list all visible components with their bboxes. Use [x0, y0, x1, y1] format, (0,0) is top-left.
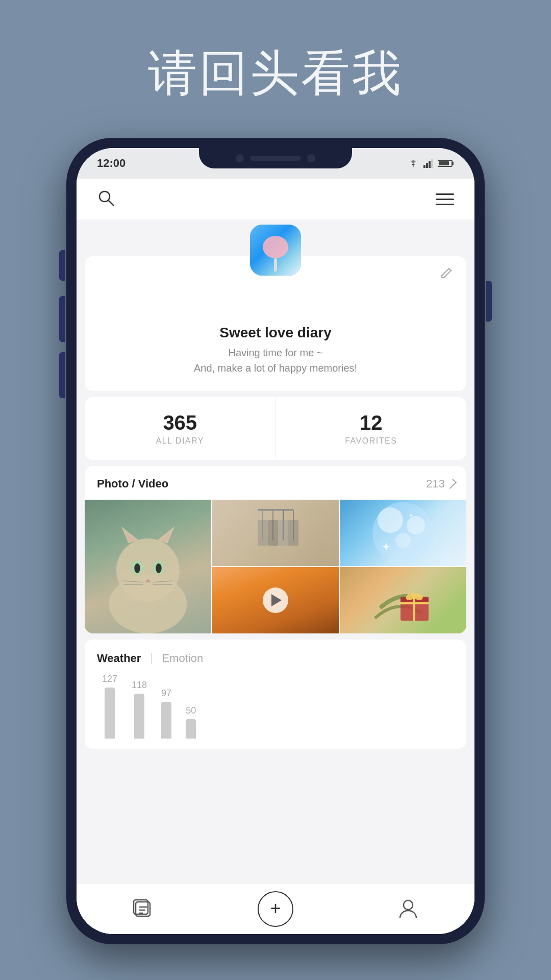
svg-point-10 [116, 538, 180, 602]
svg-point-36 [395, 533, 411, 548]
battery-icon [438, 159, 454, 167]
chart-bar-97: 97 [161, 688, 171, 739]
photo-sunset[interactable] [212, 567, 339, 633]
menu-button[interactable] [436, 193, 454, 205]
favorites-label: FAVORITES [286, 436, 457, 446]
svg-point-48 [404, 900, 413, 910]
wifi-icon [407, 159, 419, 168]
profile-card: Sweet love diary Having time for me ~ An… [85, 256, 466, 391]
scroll-area[interactable]: Sweet love diary Having time for me ~ An… [77, 219, 474, 883]
phone-frame: 12:00 [66, 138, 485, 944]
edit-button[interactable] [440, 265, 454, 282]
chart-bar-127: 127 [102, 674, 117, 739]
photo-section-title: Photo / Video [97, 477, 168, 491]
phone-notch [199, 148, 352, 168]
svg-point-35 [407, 516, 425, 534]
diary-count: 365 [95, 411, 265, 434]
diary-nav-icon [132, 898, 154, 920]
chart-bar-118: 118 [132, 680, 147, 739]
svg-rect-0 [423, 165, 425, 168]
photo-section-header: Photo / Video 213 [85, 466, 466, 500]
status-icons [407, 159, 454, 168]
weather-chart: 127 118 97 50 [97, 677, 454, 739]
profile-nav-icon [398, 898, 418, 920]
svg-rect-2 [429, 161, 431, 168]
photo-count[interactable]: 213 [426, 477, 454, 491]
menu-line-3 [436, 204, 454, 205]
photo-gift[interactable] [340, 567, 466, 633]
cat-image [85, 500, 211, 633]
bar-3 [186, 719, 196, 739]
menu-line-2 [436, 199, 454, 200]
sunset-image [212, 567, 339, 633]
bar-label-0: 127 [102, 674, 117, 684]
stats-card: 365 ALL DIARY 12 FAVORITES [85, 397, 466, 460]
volume-up-button [59, 296, 65, 342]
photo-grid [85, 500, 466, 633]
profile-description: Having time for me ~ And, make a lot of … [194, 345, 357, 376]
notch-speaker [250, 156, 301, 161]
bar-label-1: 118 [132, 680, 147, 691]
play-button[interactable] [263, 587, 288, 613]
menu-line-1 [436, 193, 454, 195]
svg-rect-3 [431, 159, 433, 168]
svg-rect-6 [439, 161, 449, 165]
search-button[interactable] [97, 189, 115, 209]
phone-screen: 12:00 [77, 148, 474, 934]
app-content: Sweet love diary Having time for me ~ An… [77, 179, 474, 934]
svg-rect-30 [268, 520, 278, 546]
notch-camera [236, 154, 244, 162]
status-time: 12:00 [97, 157, 126, 170]
tab-divider [151, 653, 152, 664]
bar-0 [105, 688, 115, 739]
clothes-image [212, 500, 339, 566]
svg-point-7 [99, 191, 110, 202]
bar-label-2: 97 [161, 688, 171, 699]
chevron-right-icon [446, 479, 457, 489]
emotion-tab[interactable]: Emotion [162, 652, 203, 665]
avatar-image [250, 225, 301, 276]
nav-add-button[interactable]: + [258, 891, 293, 927]
signal-icon [423, 159, 434, 168]
weather-tab[interactable]: Weather [97, 652, 141, 665]
snow-image [340, 500, 466, 566]
svg-rect-32 [288, 520, 298, 546]
plus-icon: + [270, 899, 281, 918]
photo-cat[interactable] [85, 500, 211, 633]
stat-favorites[interactable]: 12 FAVORITES [276, 397, 467, 460]
notch-sensor [307, 154, 315, 162]
photo-snow[interactable] [340, 500, 466, 566]
svg-rect-1 [426, 163, 428, 168]
bottom-navigation: + [77, 883, 474, 934]
power-button [486, 281, 492, 322]
photo-clothes[interactable] [212, 500, 339, 566]
nav-profile[interactable] [390, 891, 426, 927]
bar-1 [134, 694, 144, 739]
background-title: 请回头看我 [0, 41, 551, 107]
gift-image [340, 567, 466, 633]
stat-diary[interactable]: 365 ALL DIARY [85, 397, 276, 460]
svg-point-18 [156, 564, 161, 573]
chart-bar-50: 50 [186, 705, 196, 739]
photo-section: Photo / Video 213 [85, 466, 466, 633]
play-triangle-icon [271, 594, 282, 606]
weather-tabs: Weather Emotion [97, 652, 454, 665]
mute-button [59, 250, 65, 281]
profile-avatar[interactable] [250, 225, 301, 276]
favorites-count: 12 [286, 411, 457, 434]
svg-rect-5 [452, 162, 454, 165]
profile-name: Sweet love diary [219, 325, 331, 341]
svg-line-8 [109, 201, 114, 206]
svg-rect-29 [258, 520, 268, 546]
bar-label-3: 50 [186, 705, 196, 716]
diary-label: ALL DIARY [95, 436, 265, 446]
volume-down-button [59, 352, 65, 398]
nav-diary[interactable] [125, 891, 161, 927]
svg-point-17 [134, 564, 140, 573]
app-toolbar [77, 179, 474, 219]
weather-section: Weather Emotion 127 118 [85, 640, 466, 749]
bar-2 [161, 702, 171, 739]
svg-rect-31 [278, 520, 288, 546]
svg-point-34 [378, 507, 403, 533]
